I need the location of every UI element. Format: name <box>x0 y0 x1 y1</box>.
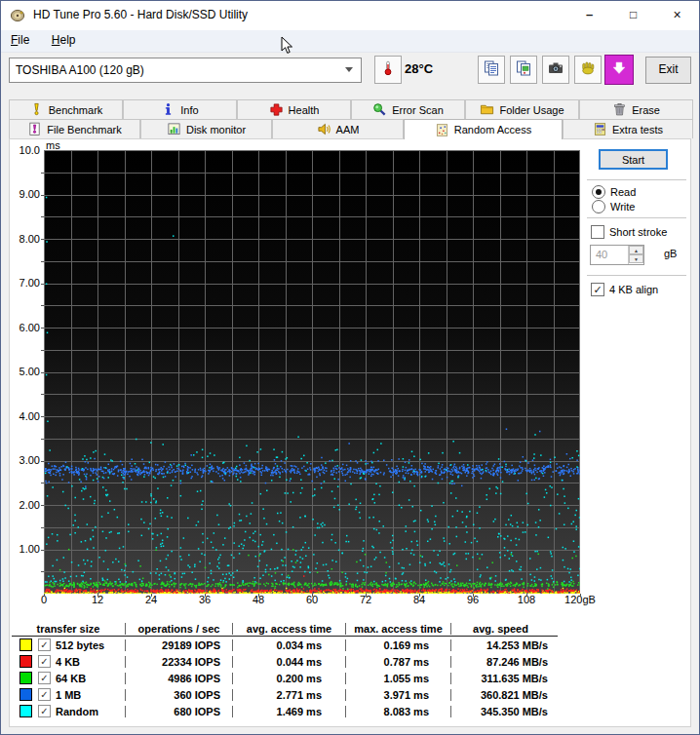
short-stroke-unit-label: gB <box>664 248 677 259</box>
drive-selector[interactable]: TOSHIBA A100 (120 gB) <box>9 58 362 83</box>
disk-monitor-icon <box>167 122 181 136</box>
x-axis-tick <box>151 594 152 597</box>
random-access-icon <box>435 123 449 137</box>
tab-folder-usage[interactable]: Folder Usage <box>465 99 579 119</box>
y-axis-tick-label: 5.00 <box>10 366 40 378</box>
donate-button[interactable] <box>574 56 602 84</box>
maximize-button[interactable]: □ <box>611 1 655 30</box>
y-axis-tick <box>41 571 44 572</box>
short-stroke-checkbox[interactable]: Short stroke <box>591 225 667 239</box>
x-axis-tick <box>205 594 206 597</box>
x-axis-tick <box>473 594 474 597</box>
series-color-swatch <box>19 672 32 684</box>
avg-speed-value: 311.635 MB/s <box>450 673 550 684</box>
max-access-value: 1.055 ms <box>345 673 450 684</box>
series-color-swatch <box>19 705 32 717</box>
file-benchmark-icon <box>27 122 42 136</box>
tab-disk-monitor[interactable]: Disk monitor <box>140 119 272 138</box>
avg-access-value: 1.469 ms <box>232 706 345 717</box>
short-stroke-size-input[interactable]: 40 ▲ ▼ <box>590 245 644 265</box>
align-checkbox[interactable]: ✓ 4 KB align <box>591 283 658 296</box>
spin-down-icon: ▼ <box>634 256 639 262</box>
exit-button[interactable]: Exit <box>645 57 691 84</box>
tab-aam[interactable]: AAM <box>272 119 404 138</box>
read-radio[interactable]: Read <box>592 185 636 199</box>
y-axis-tick <box>41 173 44 174</box>
avg-access-value: 0.200 ms <box>232 673 345 684</box>
app-icon <box>10 8 25 23</box>
start-label: Start <box>622 154 644 166</box>
close-button[interactable]: × <box>655 1 699 30</box>
tab-file-benchmark[interactable]: File Benchmark <box>9 119 140 138</box>
y-axis-tick <box>41 328 44 329</box>
screenshot-button[interactable] <box>542 56 569 84</box>
temperature-value: 28°C <box>405 61 433 76</box>
window-title: HD Tune Pro 5.60 - Hard Disk/SSD Utility <box>33 8 248 21</box>
tab-error-scan[interactable]: Error Scan <box>351 99 465 119</box>
series-label: 1 MB <box>56 689 81 701</box>
avg-access-value: 0.044 ms <box>232 656 345 668</box>
error-scan-icon <box>372 102 387 117</box>
menu-file[interactable]: File <box>3 30 37 47</box>
tab-benchmark[interactable]: Benchmark <box>9 99 123 119</box>
avg-speed-value: 14.253 MB/s <box>450 639 550 651</box>
tab-label: Extra tests <box>612 124 663 135</box>
titlebar: HD Tune Pro 5.60 - Hard Disk/SSD Utility… <box>1 1 699 30</box>
series-checkbox[interactable]: ✓ <box>38 655 51 668</box>
y-axis-tick-label: 2.00 <box>10 499 40 512</box>
y-axis-tick-label: 6.00 <box>10 322 40 334</box>
table-header-row: transfer size operations / sec avg. acce… <box>12 621 558 637</box>
x-axis-tick <box>526 594 527 597</box>
access-time-scatter-chart <box>44 150 580 594</box>
tab-random-access[interactable]: Random Access <box>404 119 563 139</box>
max-access-value: 8.083 ms <box>345 706 450 717</box>
checkbox-checked-icon: ✓ <box>591 283 604 296</box>
series-checkbox[interactable]: ✓ <box>38 705 51 717</box>
avg-access-value: 2.771 ms <box>232 689 345 701</box>
separator <box>587 275 686 277</box>
start-button[interactable]: Start <box>599 149 668 170</box>
tab-label: Error Scan <box>392 104 444 116</box>
series-checkbox[interactable]: ✓ <box>38 672 51 684</box>
tab-row-2: File Benchmark Disk monitor AAM Random A… <box>9 119 693 138</box>
maximize-icon: □ <box>630 8 637 21</box>
close-icon: × <box>673 7 681 22</box>
ops-value: 29189 IOPS <box>125 639 232 651</box>
exit-label: Exit <box>658 62 678 76</box>
table-row: ✓64 KB 4986 IOPS 0.200 ms 1.055 ms 311.6… <box>12 670 558 686</box>
series-checkbox[interactable]: ✓ <box>38 688 51 701</box>
extra-tests-icon <box>593 122 607 136</box>
tab-label: Benchmark <box>49 104 103 116</box>
series-checkbox[interactable]: ✓ <box>38 638 51 651</box>
tab-erase[interactable]: Erase <box>579 99 693 119</box>
y-axis-tick <box>41 372 44 373</box>
temperature-button[interactable] <box>374 56 402 84</box>
copy-image-button[interactable] <box>510 56 537 84</box>
benchmark-icon <box>29 102 44 117</box>
app-window: HD Tune Pro 5.60 - Hard Disk/SSD Utility… <box>0 0 700 735</box>
y-axis-tick-label: 10.0 <box>10 144 40 157</box>
copy-text-button[interactable] <box>478 56 505 84</box>
tab-extra-tests[interactable]: Extra tests <box>563 119 693 138</box>
save-results-button[interactable] <box>604 55 634 85</box>
write-radio[interactable]: Write <box>592 200 635 213</box>
table-row: ✓1 MB 360 IOPS 2.771 ms 3.971 ms 360.821… <box>12 686 558 703</box>
results-table: transfer size operations / sec avg. acce… <box>12 621 558 719</box>
series-label: 512 bytes <box>56 639 104 651</box>
tab-info[interactable]: Info <box>123 99 237 119</box>
y-axis-tick <box>41 350 44 351</box>
checkbox-unchecked-icon <box>591 225 604 239</box>
donate-hand-icon <box>580 60 596 80</box>
minimize-button[interactable]: – <box>567 1 611 30</box>
max-access-value: 0.787 ms <box>345 656 450 668</box>
menu-help[interactable]: Help <box>44 30 84 47</box>
tab-health[interactable]: Health <box>237 99 351 119</box>
x-axis-tick <box>258 594 259 597</box>
series-color-swatch <box>19 688 32 701</box>
y-axis-tick-label: 1.00 <box>10 543 40 556</box>
radio-unselected-icon <box>592 200 605 213</box>
spin-down-button[interactable]: ▼ <box>629 254 643 263</box>
y-axis-tick <box>41 416 44 417</box>
spin-up-button[interactable]: ▲ <box>629 246 643 254</box>
x-axis-tick <box>97 594 98 597</box>
